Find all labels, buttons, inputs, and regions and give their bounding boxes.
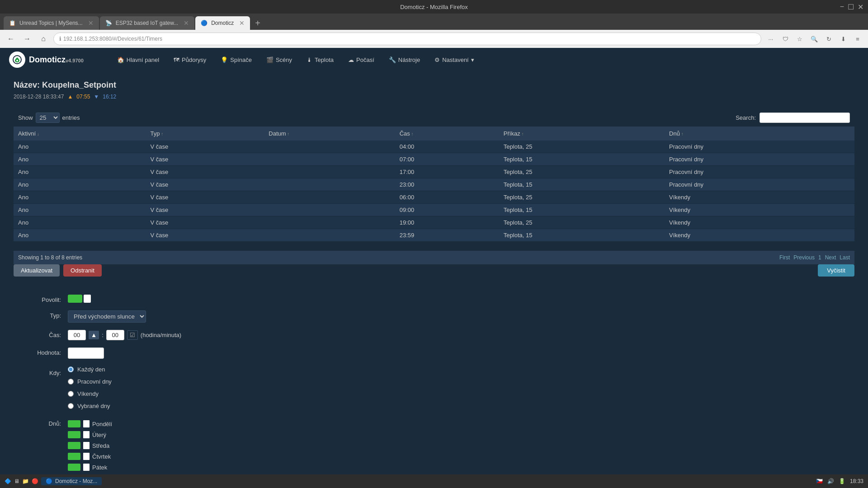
volume-icon[interactable]: 🔊 [827, 478, 834, 484]
vycistit-button[interactable]: Vyčistit [818, 264, 854, 277]
logo-icon [9, 52, 25, 68]
cell-aktivni: Ano [14, 191, 146, 204]
cas-minutes-up[interactable]: ☑ [127, 330, 138, 340]
radio-vikendy-input[interactable] [68, 391, 74, 397]
action-buttons: Aktualizovat Odstranit Vyčistit [14, 264, 854, 277]
tab-1[interactable]: 📋 Unread Topics | MySens... ✕ [4, 16, 99, 30]
radio-vybrane-dny[interactable]: Vybrané dny [68, 403, 845, 409]
typ-control: Před východem slunce V čase Při východu … [68, 310, 845, 323]
col-dnu[interactable]: Dnů [665, 127, 854, 141]
cell-cas: 04:00 [395, 141, 499, 153]
hodnota-input[interactable] [68, 347, 104, 359]
nav-spinace[interactable]: 💡 Spínače [214, 54, 258, 66]
dnu-label: Dnů: [23, 418, 68, 427]
status-bar: 🔷 🖥 📁 🔴 🔵 Domoticz - Moz... 🇨🇿 🔊 🔋 18:33 [0, 474, 868, 488]
window-controls[interactable]: − ☐ ✕ [840, 3, 863, 11]
table-row[interactable]: Ano V čase 17:00 Teplota, 25 Pracovní dn… [14, 166, 854, 178]
table-row[interactable]: Ano V čase 23:59 Teplota, 15 Víkendy [14, 229, 854, 242]
nav-home-icon: 🏠 [117, 56, 124, 63]
cell-typ: V čase [146, 191, 264, 204]
nav-teplota[interactable]: 🌡 Teplota [300, 54, 340, 66]
taskbar-app[interactable]: 🔵 Domoticz - Moz... [41, 477, 102, 485]
back-button[interactable]: ← [5, 33, 17, 45]
radio-kazdy-den-input[interactable] [68, 366, 74, 372]
radio-kazdy-den[interactable]: Každý den [68, 366, 845, 373]
radio-vikendy[interactable]: Víkendy [68, 390, 845, 397]
download-icon[interactable]: ⬇ [837, 33, 849, 45]
sunset-time: 16:12 [103, 94, 116, 100]
left-buttons: Aktualizovat Odstranit [14, 264, 102, 277]
cas-hours-up[interactable]: ▲ [89, 331, 99, 339]
cell-prikaz: Teplota, 25 [499, 166, 665, 178]
shield-icon[interactable]: 🛡 [779, 33, 791, 45]
start-icon[interactable]: 🔷 [5, 478, 11, 484]
taskbar-icon-3[interactable]: 🔴 [32, 478, 38, 484]
url-bar[interactable]: ℹ 192.168.1.253:8080/#/Devices/61/Timers [53, 33, 761, 45]
col-aktivni[interactable]: Aktivní [14, 127, 146, 141]
new-tab-button[interactable]: + [251, 16, 264, 30]
table-row[interactable]: Ano V čase 23:00 Teplota, 15 Pracovní dn… [14, 178, 854, 191]
taskbar-icon-2[interactable]: 📁 [22, 478, 29, 484]
typ-select[interactable]: Před východem slunce V čase Při východu … [68, 310, 146, 323]
taskbar-icon-1[interactable]: 🖥 [14, 478, 19, 484]
search-input-icon[interactable]: 🔍 [808, 33, 820, 45]
cell-dnu: Víkendy [665, 229, 854, 242]
day-item[interactable]: Čtvrtek [68, 453, 845, 460]
refresh-button[interactable]: ↻ [823, 33, 835, 45]
home-button[interactable]: ⌂ [37, 33, 50, 45]
tab-3[interactable]: 🔵 Domoticz ✕ [195, 16, 250, 30]
nav-pudorysy[interactable]: 🗺 Půdorysy [167, 54, 212, 66]
search-input[interactable] [760, 113, 850, 123]
day-item[interactable]: Pátek [68, 464, 845, 471]
pagination-first[interactable]: First [779, 254, 790, 261]
tab-2[interactable]: 📡 ESP32 based IoT gatew... ✕ [100, 16, 195, 30]
radio-vybrane-dny-input[interactable] [68, 403, 74, 409]
tab-1-favicon: 📋 [9, 20, 16, 26]
table-row[interactable]: Ano V čase 04:00 Teplota, 25 Pracovní dn… [14, 141, 854, 153]
aktualizovat-button[interactable]: Aktualizovat [14, 264, 60, 277]
bars-icon[interactable]: ≡ [852, 33, 863, 45]
tab-2-close[interactable]: ✕ [184, 19, 189, 27]
pagination-1[interactable]: 1 [818, 254, 821, 261]
nav-scene[interactable]: 🎬 Scény [260, 54, 298, 66]
table-row[interactable]: Ano V čase 07:00 Teplota, 15 Pracovní dn… [14, 153, 854, 166]
nav-hlavni-panel[interactable]: 🏠 Hlavní panel [111, 54, 165, 66]
nav-pocasi[interactable]: ☁ Počasí [342, 54, 381, 66]
col-cas[interactable]: Čas [395, 127, 499, 141]
forward-button[interactable]: → [21, 33, 33, 45]
col-typ[interactable]: Typ [146, 127, 264, 141]
col-datum[interactable]: Datum [264, 127, 395, 141]
cas-hours-spinbox: 00 [68, 330, 86, 340]
entries-select[interactable]: 25 10 50 100 [36, 113, 60, 123]
table-section: Aktivní Typ Datum Čas Příkaz Dnů Ano V č… [14, 127, 854, 242]
day-item[interactable]: Úterý [68, 431, 845, 438]
tab-1-close[interactable]: ✕ [88, 19, 94, 27]
pagination-next[interactable]: Next [825, 254, 836, 261]
minimize-button[interactable]: − [840, 3, 844, 11]
nav-nastaveni[interactable]: ⚙ Nastavení ▾ [428, 54, 481, 66]
col-prikaz[interactable]: Příkaz [499, 127, 665, 141]
pagination-previous[interactable]: Previous [793, 254, 815, 261]
radio-pracovni-dny-input[interactable] [68, 379, 74, 385]
tab-3-close[interactable]: ✕ [239, 19, 245, 27]
table-row[interactable]: Ano V čase 09:00 Teplota, 15 Víkendy [14, 204, 854, 216]
cell-typ: V čase [146, 216, 264, 229]
odstranit-button[interactable]: Odstranit [63, 264, 102, 277]
sunrise-time: 07:55 [76, 94, 90, 100]
bookmarks-icon[interactable]: ··· [765, 33, 777, 45]
star-icon[interactable]: ☆ [794, 33, 806, 45]
cell-datum [264, 166, 395, 178]
radio-pracovni-dny[interactable]: Pracovní dny [68, 378, 845, 385]
table-row[interactable]: Ano V čase 19:00 Teplota, 25 Víkendy [14, 216, 854, 229]
close-button[interactable]: ✕ [858, 3, 863, 11]
nav-nastroje[interactable]: 🔧 Nástroje [382, 54, 426, 66]
radio-vybrane-dny-label: Vybrané dny [77, 403, 110, 409]
maximize-button[interactable]: ☐ [848, 3, 854, 11]
cell-datum [264, 141, 395, 153]
day-item[interactable]: Pondělí [68, 420, 845, 427]
pagination-last[interactable]: Last [840, 254, 850, 261]
svg-point-1 [16, 60, 18, 61]
toggle-switch[interactable] [68, 295, 845, 303]
day-item[interactable]: Středa [68, 442, 845, 449]
table-row[interactable]: Ano V čase 06:00 Teplota, 25 Víkendy [14, 191, 854, 204]
